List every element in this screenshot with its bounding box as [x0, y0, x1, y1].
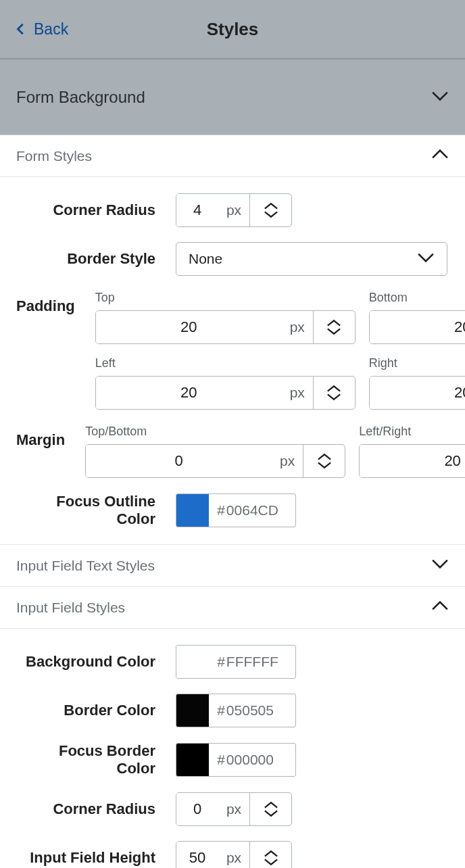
label-border-style: Border Style — [16, 250, 176, 268]
label-padding-right: Right — [369, 356, 465, 370]
padding-top-step-buttons[interactable] — [313, 311, 355, 343]
label-margin-tb: Top/Bottom — [85, 425, 345, 439]
padding-left-input[interactable] — [96, 377, 282, 409]
chevron-up-icon — [264, 202, 278, 210]
section-form-background-header[interactable]: Form Background — [0, 59, 465, 135]
label-margin-lr: Left/Right — [359, 425, 465, 439]
row-focus-border-color: Focus Border Color # — [16, 742, 449, 777]
chevron-down-icon — [431, 88, 449, 107]
focus-outline-swatch[interactable] — [176, 494, 209, 527]
padding-left-step-buttons[interactable] — [313, 377, 355, 409]
hash-symbol: # — [217, 502, 225, 519]
padding-top-unit: px — [282, 311, 313, 343]
row-input-corner-radius: Corner Radius px — [16, 792, 449, 826]
row-border-style: Border Style None — [16, 242, 449, 276]
focus-border-swatch[interactable] — [176, 744, 209, 776]
section-input-text-styles-title: Input Field Text Styles — [16, 558, 155, 574]
row-margin: Margin Top/Bottom px Left/Right — [16, 425, 449, 478]
corner-radius-stepper[interactable]: px — [176, 193, 292, 227]
margin-lr-stepper[interactable]: px — [359, 444, 465, 478]
chevron-down-icon — [264, 210, 278, 218]
label-margin: Margin — [16, 425, 85, 449]
padding-top-input[interactable] — [96, 311, 282, 343]
label-padding-left: Left — [95, 356, 356, 370]
label-padding-top: Top — [95, 291, 356, 305]
focus-outline-hex-input[interactable] — [226, 502, 287, 519]
corner-radius-unit: px — [218, 194, 249, 226]
hash-symbol: # — [217, 702, 225, 719]
top-bar: Back Styles — [0, 0, 465, 59]
input-field-height-input[interactable] — [176, 842, 218, 868]
chevron-up-icon — [317, 453, 332, 461]
input-field-height-unit: px — [218, 842, 249, 868]
bg-color-picker[interactable]: # — [176, 645, 296, 679]
input-corner-radius-input[interactable] — [176, 793, 218, 825]
border-style-select[interactable]: None — [176, 242, 447, 276]
chevron-down-icon — [417, 251, 435, 268]
bg-color-hex-input[interactable] — [226, 654, 287, 670]
chevron-up-icon — [326, 385, 341, 393]
chevron-down-icon — [431, 557, 449, 574]
chevron-down-icon — [326, 327, 341, 335]
row-corner-radius: Corner Radius px — [16, 193, 449, 227]
back-button[interactable]: Back — [14, 20, 68, 39]
border-color-swatch[interactable] — [176, 694, 209, 727]
focus-outline-color-picker[interactable]: # — [176, 493, 296, 527]
label-focus-outline-color: Focus Outline Color — [16, 493, 176, 528]
row-input-field-height: Input Field Height px — [16, 841, 449, 868]
focus-border-color-picker[interactable]: # — [176, 743, 296, 777]
hash-symbol: # — [217, 752, 225, 768]
row-border-color: Border Color # — [16, 694, 449, 727]
section-input-field-styles-title: Input Field Styles — [16, 600, 125, 616]
margin-lr-input[interactable] — [360, 445, 465, 477]
chevron-down-icon — [264, 858, 278, 866]
border-color-hex-input[interactable] — [226, 702, 287, 719]
chevron-left-icon — [14, 20, 28, 39]
padding-right-stepper[interactable]: px — [369, 376, 465, 410]
label-bg-color: Background Color — [16, 653, 176, 671]
page-title: Styles — [207, 19, 259, 40]
chevron-down-icon — [326, 393, 341, 401]
input-corner-radius-step-buttons[interactable] — [249, 793, 291, 825]
border-color-picker[interactable]: # — [176, 694, 296, 727]
back-label: Back — [34, 20, 68, 39]
label-focus-border-color: Focus Border Color — [16, 742, 176, 777]
margin-tb-step-buttons[interactable] — [303, 445, 345, 477]
margin-tb-stepper[interactable]: px — [85, 444, 345, 478]
border-style-value: None — [189, 251, 222, 267]
padding-left-unit: px — [282, 377, 313, 409]
chevron-down-icon — [317, 461, 332, 469]
chevron-up-icon — [326, 319, 341, 327]
row-padding: Padding Top px Bottom — [16, 291, 449, 410]
label-corner-radius: Corner Radius — [16, 201, 176, 219]
corner-radius-input[interactable] — [176, 194, 218, 226]
chevron-up-icon — [431, 599, 449, 616]
section-form-styles-title: Form Styles — [16, 148, 92, 164]
section-input-field-styles-header[interactable]: Input Field Styles — [0, 587, 465, 629]
padding-left-stepper[interactable]: px — [95, 376, 356, 410]
section-input-text-styles-header[interactable]: Input Field Text Styles — [0, 544, 465, 587]
input-field-height-step-buttons[interactable] — [249, 842, 291, 868]
label-padding-bottom: Bottom — [369, 291, 465, 305]
margin-tb-input[interactable] — [86, 445, 272, 477]
padding-bottom-input[interactable] — [370, 311, 465, 343]
focus-border-hex-input[interactable] — [226, 752, 287, 768]
label-padding: Padding — [16, 291, 95, 315]
label-input-field-height: Input Field Height — [16, 849, 176, 867]
corner-radius-step-buttons[interactable] — [249, 194, 291, 226]
chevron-up-icon — [264, 850, 278, 858]
input-corner-radius-unit: px — [218, 793, 249, 825]
bg-color-swatch[interactable] — [176, 646, 209, 678]
input-field-height-stepper[interactable]: px — [176, 841, 292, 868]
row-focus-outline-color: Focus Outline Color # — [16, 493, 449, 528]
padding-bottom-stepper[interactable]: px — [369, 310, 465, 344]
row-bg-color: Background Color # — [16, 645, 449, 679]
section-form-background-title: Form Background — [16, 88, 145, 107]
padding-right-input[interactable] — [370, 377, 465, 409]
padding-top-stepper[interactable]: px — [95, 310, 356, 344]
chevron-down-icon — [264, 809, 278, 817]
hash-symbol: # — [217, 654, 225, 670]
input-corner-radius-stepper[interactable]: px — [176, 792, 292, 826]
section-form-styles-header[interactable]: Form Styles — [0, 135, 465, 177]
label-input-corner-radius: Corner Radius — [16, 800, 176, 818]
